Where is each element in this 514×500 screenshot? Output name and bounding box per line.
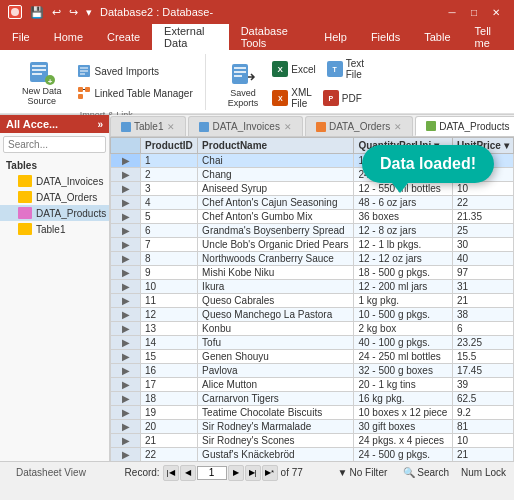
nav-item-data-orders[interactable]: DATA_Orders — [0, 189, 109, 205]
table-row[interactable]: ▶ 22 Gustaf's Knäckebröd 24 - 500 g pkgs… — [111, 448, 514, 462]
tab-close-table1[interactable]: ✕ — [167, 122, 175, 132]
cell-productname: Gustaf's Knäckebröd — [198, 448, 354, 462]
cell-productname: Chef Anton's Cajun Seasoning — [198, 196, 354, 210]
xml-file-btn[interactable]: X XMLFile — [268, 85, 316, 111]
title-bar-left: 💾 ↩ ↪ ▾ Database2 : Database- — [8, 5, 213, 19]
cell-price: 23.25 — [452, 336, 513, 350]
cell-productname: Sir Rodney's Marmalade — [198, 420, 354, 434]
nav-search-input[interactable] — [3, 136, 106, 153]
first-record-btn[interactable]: |◀ — [163, 465, 179, 481]
table-row[interactable]: ▶ 3 Aniseed Syrup 12 - 550 ml bottles 10 — [111, 182, 514, 196]
table-row[interactable]: ▶ 18 Carnarvon Tigers 16 kg pkg. 62.5 — [111, 392, 514, 406]
prev-record-btn[interactable]: ◀ — [180, 465, 196, 481]
table-row[interactable]: ▶ 12 Queso Manchego La Pastora 10 - 500 … — [111, 308, 514, 322]
maximize-btn[interactable]: □ — [464, 4, 484, 20]
table-row[interactable]: ▶ 10 Ikura 12 - 200 ml jars 31 — [111, 280, 514, 294]
cell-productid: 14 — [141, 336, 198, 350]
table-row[interactable]: ▶ 5 Chef Anton's Gumbo Mix 36 boxes 21.3… — [111, 210, 514, 224]
table-row[interactable]: ▶ 14 Tofu 40 - 100 g pkgs. 23.25 — [111, 336, 514, 350]
no-filter-btn[interactable]: ▼ No Filter — [334, 466, 392, 479]
table-row[interactable]: ▶ 6 Grandma's Boysenberry Spread 12 - 8 … — [111, 224, 514, 238]
table-row[interactable]: ▶ 15 Genen Shouyu 24 - 250 ml bottles 15… — [111, 350, 514, 364]
linked-table-manager-btn[interactable]: Linked Table Manager — [72, 83, 197, 103]
cell-price: 10 — [452, 182, 513, 196]
row-num-cell: ▶ — [111, 210, 141, 224]
pdf-btn[interactable]: P PDF — [319, 85, 366, 111]
table-row[interactable]: ▶ 4 Chef Anton's Cajun Seasoning 48 - 6 … — [111, 196, 514, 210]
svg-rect-8 — [78, 87, 83, 92]
svg-rect-15 — [234, 75, 242, 77]
last-record-btn[interactable]: ▶| — [245, 465, 261, 481]
next-record-btn[interactable]: ▶ — [228, 465, 244, 481]
tab-file[interactable]: File — [0, 24, 42, 50]
cell-productid: 16 — [141, 364, 198, 378]
excel-export-btn[interactable]: X Excel — [268, 56, 319, 82]
col-header-productname[interactable]: ProductName — [198, 138, 354, 154]
search-btn[interactable]: 🔍 Search — [399, 466, 453, 479]
redo-btn[interactable]: ↪ — [67, 6, 80, 19]
nav-item-data-products[interactable]: DATA_Products — [0, 205, 109, 221]
new-data-source-btn[interactable]: + New DataSource — [16, 56, 68, 108]
app-icon — [8, 5, 22, 19]
table-row[interactable]: ▶ 21 Sir Rodney's Scones 24 pkgs. x 4 pi… — [111, 434, 514, 448]
tab-table[interactable]: Table — [412, 24, 462, 50]
tab-fields[interactable]: Fields — [359, 24, 412, 50]
table-row[interactable]: ▶ 7 Uncle Bob's Organic Dried Pears 12 -… — [111, 238, 514, 252]
row-num-cell: ▶ — [111, 406, 141, 420]
cell-qty: 48 - 6 oz jars — [354, 196, 453, 210]
svg-rect-14 — [234, 71, 246, 73]
data-loaded-tooltip: Data loaded! — [362, 145, 494, 183]
tab-table1[interactable]: Table1 ✕ — [110, 116, 186, 136]
tab-data-invoices[interactable]: DATA_Invoices ✕ — [188, 116, 302, 136]
text-file-btn[interactable]: T TextFile — [323, 56, 368, 82]
cell-price: 97 — [452, 266, 513, 280]
cell-price: 30 — [452, 238, 513, 252]
nav-item-data-invoices[interactable]: DATA_Invoices — [0, 173, 109, 189]
table-icon-orders — [18, 191, 32, 203]
saved-imports-btn[interactable]: Saved Imports — [72, 61, 197, 81]
tab-data-products[interactable]: DATA_Products ✕ — [415, 116, 514, 136]
tab-home[interactable]: Home — [42, 24, 95, 50]
new-data-source-label: New DataSource — [22, 86, 62, 106]
title-bar-text: Database2 : Database- — [100, 6, 213, 18]
close-btn[interactable]: ✕ — [486, 4, 506, 20]
tab-icon-invoices — [199, 122, 209, 132]
record-number-input[interactable] — [197, 466, 227, 480]
table-row[interactable]: ▶ 13 Konbu 2 kg box 6 — [111, 322, 514, 336]
table-row[interactable]: ▶ 19 Teatime Chocolate Biscuits 10 boxes… — [111, 406, 514, 420]
table-row[interactable]: ▶ 11 Queso Cabrales 1 kg pkg. 21 — [111, 294, 514, 308]
col-header-rownum — [111, 138, 141, 154]
svg-text:+: + — [47, 77, 52, 86]
table-row[interactable]: ▶ 8 Northwoods Cranberry Sauce 12 - 12 o… — [111, 252, 514, 266]
row-num-cell: ▶ — [111, 378, 141, 392]
record-navigation: Record: |◀ ◀ ▶ ▶| ▶* of 77 — [125, 465, 303, 481]
table-row[interactable]: ▶ 17 Alice Mutton 20 - 1 kg tins 39 — [111, 378, 514, 392]
new-record-btn[interactable]: ▶* — [262, 465, 278, 481]
table-row[interactable]: ▶ 20 Sir Rodney's Marmalade 30 gift boxe… — [111, 420, 514, 434]
nav-item-table1[interactable]: Table1 — [0, 221, 109, 237]
tab-database-tools[interactable]: Database Tools — [229, 24, 313, 50]
tab-close-orders[interactable]: ✕ — [394, 122, 402, 132]
nav-chevron-icon[interactable]: » — [97, 119, 103, 130]
cell-productid: 9 — [141, 266, 198, 280]
tab-tell-me[interactable]: Tell me — [463, 24, 514, 50]
undo-btn[interactable]: ↩ — [50, 6, 63, 19]
col-header-productid[interactable]: ProductID — [141, 138, 198, 154]
tab-external-data[interactable]: External Data — [152, 24, 229, 50]
save-quick-btn[interactable]: 💾 — [28, 6, 46, 19]
table-row[interactable]: ▶ 9 Mishi Kobe Niku 18 - 500 g pkgs. 97 — [111, 266, 514, 280]
tab-create[interactable]: Create — [95, 24, 152, 50]
dropdown-qa[interactable]: ▾ — [84, 6, 94, 19]
num-lock-label: Num Lock — [461, 467, 506, 478]
nav-header: All Acce... » — [0, 115, 109, 133]
cell-qty: 18 - 500 g pkgs. — [354, 266, 453, 280]
tab-help[interactable]: Help — [312, 24, 359, 50]
saved-exports-btn[interactable]: SavedExports — [222, 58, 265, 110]
table-row[interactable]: ▶ 16 Pavlova 32 - 500 g boxes 17.45 — [111, 364, 514, 378]
cell-qty: 24 - 500 g pkgs. — [354, 448, 453, 462]
minimize-btn[interactable]: ─ — [442, 4, 462, 20]
status-left: Datasheet View — [8, 467, 94, 478]
tab-data-orders[interactable]: DATA_Orders ✕ — [305, 116, 413, 136]
tab-close-invoices[interactable]: ✕ — [284, 122, 292, 132]
main-content: Table1 ✕ DATA_Invoices ✕ DATA_Orders ✕ D… — [110, 115, 514, 461]
